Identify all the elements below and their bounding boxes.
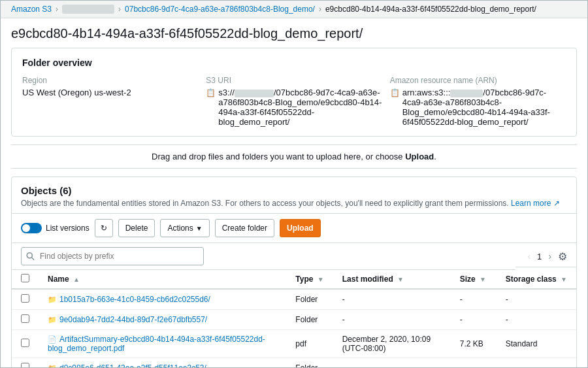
file-icon: 📄 [48,335,57,344]
upload-button[interactable]: Upload [280,219,321,237]
row-type-cell: pdf [286,330,333,358]
row-checkbox-cell [12,289,39,310]
breadcrumb-s3[interactable]: Amazon S3 [11,5,52,14]
page-number: 1 [537,252,542,261]
copy-s3-uri-icon[interactable]: 📋 [206,88,216,97]
objects-toolbar: List versions ↻ Delete Actions ▼ Create … [12,214,576,243]
objects-table: Name ▲ Type ▼ Last modified ▼ Size [12,270,576,367]
table-row: 📁9e0dab94-7dd2-44bd-89d7-f2e67dbfb557/Fo… [12,310,576,330]
object-link[interactable]: 1b015a7b-663e-41c0-8459-cb6d2c0255d6/ [59,295,210,304]
row-modified-cell: - [333,358,451,368]
actions-chevron-icon: ▼ [196,225,203,232]
table-settings-icon[interactable]: ⚙ [558,250,567,263]
row-checkbox-cell [12,358,39,368]
upload-link[interactable]: Upload [405,152,434,161]
copy-arn-icon[interactable]: 📋 [390,88,400,97]
delete-button[interactable]: Delete [118,219,155,237]
row-type-cell: Folder [286,358,333,368]
object-link[interactable]: 9e0dab94-7dd2-44bd-89d7-f2e67dbfb557/ [59,315,207,324]
breadcrumb-sep-1: › [56,5,58,14]
breadcrumb-folder1[interactable]: 07bcbc86-9d7c-4ca9-a63e-a786f803b4c8-Blo… [125,5,315,14]
actions-button[interactable]: Actions ▼ [160,219,209,237]
folder-icon: 📁 [48,316,57,324]
refresh-button[interactable]: ↻ [95,219,113,237]
search-wrapper [21,247,204,265]
row-name-cell: 📄ArtifactSummary-e9cbcd80-4b14-494a-a33f… [39,330,286,358]
arn-text: arn:aws:s3:::/07bcbc86-9d7c-4ca9-a63e-a7… [402,88,566,127]
row-size-cell: - [451,310,497,330]
toggle-track[interactable] [21,223,42,233]
objects-title: Objects (6) [21,185,567,196]
breadcrumb-folder2: e9cbcd80-4b14-494a-a33f-6f45f05522dd-blo… [325,5,536,14]
region-label: Region [22,76,198,85]
row-type-cell: Folder [286,289,333,310]
modified-sort-icon: ▼ [397,276,404,283]
type-sort-icon: ▼ [318,276,324,283]
main-container: Amazon S3 › › 07bcbc86-9d7c-4ca9-a63e-a7… [0,0,588,368]
row-storage-cell: Standard [497,330,576,358]
row-checkbox[interactable] [21,294,29,303]
arn-section: Amazon resource name (ARN) 📋 arn:aws:s3:… [390,76,566,127]
row-checkbox-cell [12,330,39,358]
storage-sort-icon: ▼ [561,276,567,283]
modified-column-header[interactable]: Last modified ▼ [333,270,451,289]
table-header-row: Name ▲ Type ▼ Last modified ▼ Size [12,270,576,289]
create-folder-label: Create folder [222,224,267,233]
row-storage-cell: - [497,358,576,368]
breadcrumb-bucket[interactable] [62,5,114,14]
search-input[interactable] [21,247,204,265]
size-column-header[interactable]: Size ▼ [451,270,497,289]
row-type-cell: Folder [286,310,333,330]
breadcrumb-sep-2: › [118,5,121,14]
delete-label: Delete [125,224,148,233]
type-column-header[interactable]: Type ▼ [286,270,333,289]
row-checkbox[interactable] [21,339,29,347]
select-all-header[interactable] [12,270,39,289]
row-modified-cell: - [333,289,451,310]
s3-uri-value: 📋 s3:///07bcbc86-9d7c-4ca9-a63e-a786f803… [206,88,382,127]
size-sort-icon: ▼ [480,276,486,283]
page-title-bar: e9cbcd80-4b14-494a-a33f-6f45f05522dd-blo… [1,18,587,48]
next-page-button[interactable]: › [546,250,554,263]
storage-column-header[interactable]: Storage class ▼ [497,270,576,289]
objects-desc: Objects are the fundamental entities sto… [21,199,567,208]
row-size-cell: - [451,358,497,368]
prev-page-button[interactable]: ‹ [525,250,533,263]
create-folder-button[interactable]: Create folder [215,219,274,237]
learn-more-link[interactable]: Learn more ↗ [511,199,560,208]
upload-drop-text: Drag and drop files and folders you want… [152,152,405,161]
svg-point-0 [27,253,32,258]
row-checkbox[interactable] [21,363,29,367]
row-storage-cell: - [497,310,576,330]
pagination-row: ‹ 1 › ⚙ [515,246,576,267]
table-row: 📁1b015a7b-663e-41c0-8459-cb6d2c0255d6/Fo… [12,289,576,310]
folder-icon: 📁 [48,364,57,367]
external-link-icon: ↗ [553,199,560,208]
s3-uri-label: S3 URI [206,76,382,85]
region-value: US West (Oregon) us-west-2 [22,88,198,97]
page-title: e9cbcd80-4b14-494a-a33f-6f45f05522dd-blo… [11,26,577,41]
select-all-checkbox[interactable] [21,274,29,282]
folder-icon: 📁 [48,295,57,304]
row-name-cell: 📁1b015a7b-663e-41c0-8459-cb6d2c0255d6/ [39,289,286,310]
upload-drop-area: Drag and drop files and folders you want… [11,144,577,169]
arn-value: 📋 arn:aws:s3:::/07bcbc86-9d7c-4ca9-a63e-… [390,88,566,127]
breadcrumb-sep-3: › [319,5,321,14]
list-versions-label: List versions [46,224,90,233]
row-checkbox-cell [12,310,39,330]
list-versions-toggle[interactable]: List versions [21,223,90,233]
name-column-header[interactable]: Name ▲ [39,270,286,289]
row-modified-cell: December 2, 2020, 10:09 (UTC-08:00) [333,330,451,358]
row-modified-cell: - [333,310,451,330]
object-link[interactable]: ArtifactSummary-e9cbcd80-4b14-494a-a33f-… [48,335,265,353]
actions-label: Actions [167,224,193,233]
overview-grid: Region US West (Oregon) us-west-2 S3 URI… [22,76,566,127]
row-name-cell: 📁d0c985e6-d651-43aa-a2f5-d55f11ee3c53/ [39,358,286,368]
row-checkbox[interactable] [21,314,29,323]
row-size-cell: - [451,289,497,310]
arn-label: Amazon resource name (ARN) [390,76,566,85]
toggle-thumb [22,224,30,232]
search-icon [26,252,35,261]
objects-header: Objects (6) Objects are the fundamental … [12,177,576,214]
object-link[interactable]: d0c985e6-d651-43aa-a2f5-d55f11ee3c53/ [59,363,206,367]
